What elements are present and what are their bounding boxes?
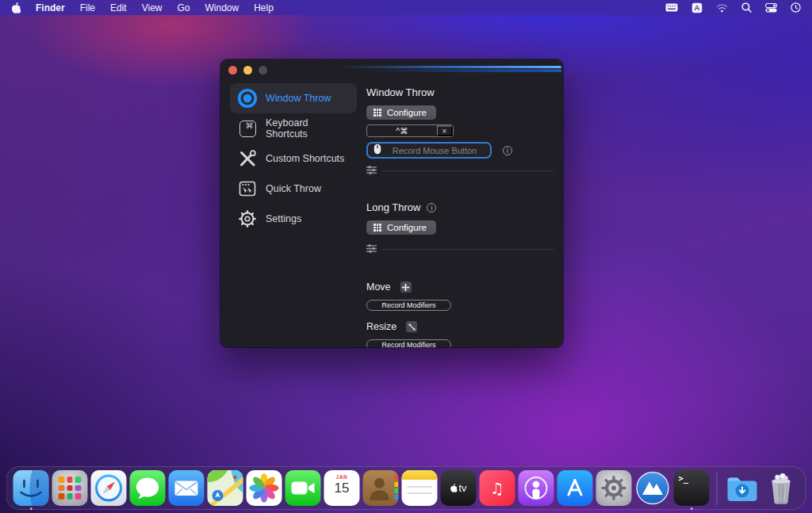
close-button[interactable] (228, 66, 237, 75)
window-accent-line (339, 66, 561, 68)
menu-bar: Finder File Edit View Go Window Help A (0, 0, 812, 15)
terminal-prompt: >_ (679, 473, 689, 483)
window-accent-glow (367, 69, 561, 73)
record-mouse-button-field[interactable]: Record Mouse Button (366, 142, 492, 159)
input-source-icon[interactable]: A (691, 2, 703, 13)
dock-music-icon[interactable]: ♫ (480, 470, 515, 506)
dock-window-app-icon[interactable] (635, 470, 671, 506)
dock: JAN 15 tv ♫ >_ (6, 466, 806, 510)
dock-notes-icon[interactable] (402, 470, 438, 506)
traffic-lights (228, 66, 267, 75)
desktop: { "menu_bar": { "app_name": "Finder", "m… (0, 0, 812, 513)
sidebar-item-custom-shortcuts[interactable]: Custom Shortcuts (230, 144, 357, 174)
sidebar-label: Keyboard Shortcuts (266, 117, 350, 140)
menu-help[interactable]: Help (254, 2, 274, 13)
dock-system-preferences-icon[interactable] (596, 470, 632, 506)
dock-facetime-icon[interactable] (285, 470, 321, 506)
dock-mail-icon[interactable] (169, 470, 205, 506)
long-throw-title: Long Throw i (366, 201, 553, 213)
sidebar-item-window-throw[interactable]: Window Throw (230, 83, 357, 113)
window-throw-title: Window Throw (366, 86, 553, 98)
window-throw-configure-button[interactable]: Configure (366, 105, 436, 120)
dock-maps-icon[interactable] (208, 470, 243, 506)
menu-window[interactable]: Window (205, 2, 239, 13)
info-icon[interactable]: i (427, 203, 436, 212)
control-center-icon[interactable] (765, 3, 777, 13)
shortcut-value[interactable]: ^⌘ (367, 125, 437, 136)
long-throw-configure-button[interactable]: Configure (366, 220, 436, 235)
clock-icon[interactable] (791, 2, 801, 13)
svg-text:A: A (695, 3, 700, 12)
grid-icon (373, 109, 381, 117)
minimize-button[interactable] (243, 66, 252, 75)
music-note-icon: ♫ (490, 479, 504, 498)
sidebar-item-keyboard-shortcuts[interactable]: ⌘ Keyboard Shortcuts (230, 113, 357, 144)
keyboard-shortcut-field[interactable]: ^⌘ × (366, 124, 454, 137)
move-icon (400, 281, 412, 293)
sliders-icon[interactable] (366, 163, 377, 178)
tv-label: tv (458, 482, 466, 494)
info-icon[interactable]: i (503, 146, 512, 155)
mouse-icon (373, 144, 381, 158)
dock-finder-icon[interactable] (13, 470, 49, 506)
target-icon (237, 88, 258, 109)
sidebar-label: Quick Throw (266, 183, 321, 194)
dock-appstore-icon[interactable] (557, 470, 593, 506)
menu-app-name[interactable]: Finder (36, 2, 65, 13)
cursor-panel-icon (237, 178, 258, 199)
sidebar-label: Custom Shortcuts (266, 153, 344, 164)
spotlight-icon[interactable] (741, 2, 752, 13)
dock-launchpad-icon[interactable] (52, 470, 88, 506)
resize-record-modifiers-button[interactable]: Record Modifiers (366, 339, 451, 347)
clear-shortcut-button[interactable]: × (437, 125, 453, 136)
command-key-icon: ⌘ (237, 118, 258, 139)
dock-tv-icon[interactable]: tv (441, 470, 477, 506)
sidebar-label: Window Throw (266, 93, 331, 104)
dock-divider (717, 472, 718, 505)
menu-view[interactable]: View (142, 2, 163, 13)
dock-trash-icon[interactable] (764, 470, 799, 506)
zoom-button-disabled[interactable] (259, 66, 267, 75)
running-indicator (690, 507, 693, 511)
divider (382, 170, 553, 171)
dock-terminal-icon[interactable]: >_ (674, 470, 710, 506)
dock-calendar-icon[interactable]: JAN 15 (324, 470, 360, 506)
record-mouse-placeholder: Record Mouse Button (385, 146, 485, 155)
menu-edit[interactable]: Edit (110, 2, 127, 13)
crossed-tools-icon (237, 148, 258, 169)
gear-icon (237, 209, 258, 229)
dock-podcasts-icon[interactable] (519, 470, 554, 506)
wifi-icon[interactable] (716, 3, 728, 13)
sidebar: Window Throw ⌘ Keyboard Shortcuts Custom… (230, 83, 357, 234)
dock-photos-icon[interactable] (247, 470, 282, 506)
settings-content: Window Throw Configure ^⌘ × Record Mouse… (366, 80, 553, 347)
sidebar-item-quick-throw[interactable]: Quick Throw (230, 174, 357, 204)
divider (382, 249, 553, 250)
dock-contacts-icon[interactable] (363, 470, 399, 506)
dock-messages-icon[interactable] (130, 470, 166, 506)
resize-icon (406, 321, 417, 332)
menu-file[interactable]: File (80, 2, 95, 13)
calendar-day: 15 (324, 480, 360, 496)
sliders-icon[interactable] (366, 242, 377, 256)
apple-menu-icon[interactable] (11, 2, 21, 13)
dock-safari-icon[interactable] (91, 470, 127, 506)
calendar-month: JAN (324, 474, 360, 480)
move-label: Move (366, 281, 391, 293)
menu-go[interactable]: Go (178, 2, 190, 13)
move-record-modifiers-button[interactable]: Record Modifiers (366, 300, 451, 311)
resize-label: Resize (366, 321, 396, 332)
grid-icon (373, 224, 381, 232)
app-window: Window Throw ⌘ Keyboard Shortcuts Custom… (220, 59, 563, 347)
sidebar-item-settings[interactable]: Settings (230, 204, 357, 234)
keyboard-icon[interactable] (665, 3, 678, 12)
sidebar-label: Settings (266, 213, 301, 224)
dock-downloads-icon[interactable] (725, 470, 760, 506)
running-indicator (29, 507, 33, 511)
